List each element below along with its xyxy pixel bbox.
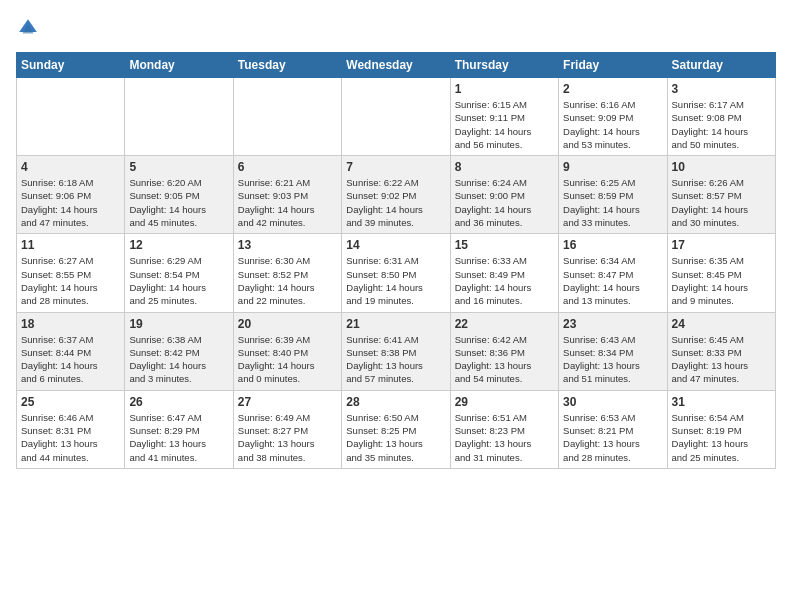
day-info: Sunrise: 6:29 AM Sunset: 8:54 PM Dayligh…	[129, 254, 228, 307]
day-info: Sunrise: 6:27 AM Sunset: 8:55 PM Dayligh…	[21, 254, 120, 307]
day-number: 16	[563, 238, 662, 252]
day-info: Sunrise: 6:49 AM Sunset: 8:27 PM Dayligh…	[238, 411, 337, 464]
day-info: Sunrise: 6:20 AM Sunset: 9:05 PM Dayligh…	[129, 176, 228, 229]
calendar-cell: 15Sunrise: 6:33 AM Sunset: 8:49 PM Dayli…	[450, 234, 558, 312]
day-number: 29	[455, 395, 554, 409]
day-number: 23	[563, 317, 662, 331]
calendar-cell	[233, 78, 341, 156]
calendar-cell: 22Sunrise: 6:42 AM Sunset: 8:36 PM Dayli…	[450, 312, 558, 390]
day-info: Sunrise: 6:53 AM Sunset: 8:21 PM Dayligh…	[563, 411, 662, 464]
calendar-cell: 12Sunrise: 6:29 AM Sunset: 8:54 PM Dayli…	[125, 234, 233, 312]
day-info: Sunrise: 6:41 AM Sunset: 8:38 PM Dayligh…	[346, 333, 445, 386]
day-number: 24	[672, 317, 771, 331]
calendar-week-row: 25Sunrise: 6:46 AM Sunset: 8:31 PM Dayli…	[17, 390, 776, 468]
day-number: 7	[346, 160, 445, 174]
day-info: Sunrise: 6:46 AM Sunset: 8:31 PM Dayligh…	[21, 411, 120, 464]
calendar-table: SundayMondayTuesdayWednesdayThursdayFrid…	[16, 52, 776, 469]
calendar-cell: 28Sunrise: 6:50 AM Sunset: 8:25 PM Dayli…	[342, 390, 450, 468]
calendar-cell: 7Sunrise: 6:22 AM Sunset: 9:02 PM Daylig…	[342, 156, 450, 234]
day-info: Sunrise: 6:21 AM Sunset: 9:03 PM Dayligh…	[238, 176, 337, 229]
day-number: 22	[455, 317, 554, 331]
calendar-cell: 9Sunrise: 6:25 AM Sunset: 8:59 PM Daylig…	[559, 156, 667, 234]
day-number: 10	[672, 160, 771, 174]
day-info: Sunrise: 6:30 AM Sunset: 8:52 PM Dayligh…	[238, 254, 337, 307]
day-info: Sunrise: 6:24 AM Sunset: 9:00 PM Dayligh…	[455, 176, 554, 229]
day-info: Sunrise: 6:15 AM Sunset: 9:11 PM Dayligh…	[455, 98, 554, 151]
day-number: 15	[455, 238, 554, 252]
day-of-week-header: Saturday	[667, 53, 775, 78]
day-info: Sunrise: 6:33 AM Sunset: 8:49 PM Dayligh…	[455, 254, 554, 307]
calendar-cell: 10Sunrise: 6:26 AM Sunset: 8:57 PM Dayli…	[667, 156, 775, 234]
day-info: Sunrise: 6:17 AM Sunset: 9:08 PM Dayligh…	[672, 98, 771, 151]
day-of-week-header: Sunday	[17, 53, 125, 78]
day-number: 11	[21, 238, 120, 252]
day-of-week-header: Thursday	[450, 53, 558, 78]
calendar-week-row: 18Sunrise: 6:37 AM Sunset: 8:44 PM Dayli…	[17, 312, 776, 390]
calendar-cell: 4Sunrise: 6:18 AM Sunset: 9:06 PM Daylig…	[17, 156, 125, 234]
day-number: 14	[346, 238, 445, 252]
calendar-cell: 21Sunrise: 6:41 AM Sunset: 8:38 PM Dayli…	[342, 312, 450, 390]
calendar-cell: 6Sunrise: 6:21 AM Sunset: 9:03 PM Daylig…	[233, 156, 341, 234]
day-number: 4	[21, 160, 120, 174]
calendar-cell: 25Sunrise: 6:46 AM Sunset: 8:31 PM Dayli…	[17, 390, 125, 468]
calendar-cell: 27Sunrise: 6:49 AM Sunset: 8:27 PM Dayli…	[233, 390, 341, 468]
day-info: Sunrise: 6:51 AM Sunset: 8:23 PM Dayligh…	[455, 411, 554, 464]
calendar-cell: 14Sunrise: 6:31 AM Sunset: 8:50 PM Dayli…	[342, 234, 450, 312]
calendar-cell: 24Sunrise: 6:45 AM Sunset: 8:33 PM Dayli…	[667, 312, 775, 390]
day-info: Sunrise: 6:50 AM Sunset: 8:25 PM Dayligh…	[346, 411, 445, 464]
calendar-cell: 8Sunrise: 6:24 AM Sunset: 9:00 PM Daylig…	[450, 156, 558, 234]
day-number: 12	[129, 238, 228, 252]
day-number: 30	[563, 395, 662, 409]
calendar-header-row: SundayMondayTuesdayWednesdayThursdayFrid…	[17, 53, 776, 78]
day-info: Sunrise: 6:54 AM Sunset: 8:19 PM Dayligh…	[672, 411, 771, 464]
logo-icon	[16, 16, 40, 40]
day-info: Sunrise: 6:42 AM Sunset: 8:36 PM Dayligh…	[455, 333, 554, 386]
day-of-week-header: Monday	[125, 53, 233, 78]
day-of-week-header: Tuesday	[233, 53, 341, 78]
calendar-cell	[17, 78, 125, 156]
day-info: Sunrise: 6:39 AM Sunset: 8:40 PM Dayligh…	[238, 333, 337, 386]
calendar-cell: 1Sunrise: 6:15 AM Sunset: 9:11 PM Daylig…	[450, 78, 558, 156]
page-header	[16, 16, 776, 40]
day-number: 25	[21, 395, 120, 409]
day-info: Sunrise: 6:45 AM Sunset: 8:33 PM Dayligh…	[672, 333, 771, 386]
day-info: Sunrise: 6:35 AM Sunset: 8:45 PM Dayligh…	[672, 254, 771, 307]
calendar-cell: 3Sunrise: 6:17 AM Sunset: 9:08 PM Daylig…	[667, 78, 775, 156]
calendar-cell: 20Sunrise: 6:39 AM Sunset: 8:40 PM Dayli…	[233, 312, 341, 390]
day-info: Sunrise: 6:47 AM Sunset: 8:29 PM Dayligh…	[129, 411, 228, 464]
calendar-cell: 26Sunrise: 6:47 AM Sunset: 8:29 PM Dayli…	[125, 390, 233, 468]
calendar-cell	[342, 78, 450, 156]
calendar-cell: 29Sunrise: 6:51 AM Sunset: 8:23 PM Dayli…	[450, 390, 558, 468]
day-number: 26	[129, 395, 228, 409]
day-info: Sunrise: 6:38 AM Sunset: 8:42 PM Dayligh…	[129, 333, 228, 386]
day-number: 27	[238, 395, 337, 409]
calendar-week-row: 11Sunrise: 6:27 AM Sunset: 8:55 PM Dayli…	[17, 234, 776, 312]
day-number: 31	[672, 395, 771, 409]
day-number: 1	[455, 82, 554, 96]
day-number: 8	[455, 160, 554, 174]
day-number: 2	[563, 82, 662, 96]
calendar-cell: 30Sunrise: 6:53 AM Sunset: 8:21 PM Dayli…	[559, 390, 667, 468]
day-number: 28	[346, 395, 445, 409]
calendar-cell	[125, 78, 233, 156]
day-number: 5	[129, 160, 228, 174]
logo	[16, 16, 44, 40]
calendar-cell: 16Sunrise: 6:34 AM Sunset: 8:47 PM Dayli…	[559, 234, 667, 312]
calendar-cell: 2Sunrise: 6:16 AM Sunset: 9:09 PM Daylig…	[559, 78, 667, 156]
calendar-cell: 5Sunrise: 6:20 AM Sunset: 9:05 PM Daylig…	[125, 156, 233, 234]
calendar-cell: 11Sunrise: 6:27 AM Sunset: 8:55 PM Dayli…	[17, 234, 125, 312]
calendar-week-row: 4Sunrise: 6:18 AM Sunset: 9:06 PM Daylig…	[17, 156, 776, 234]
day-number: 20	[238, 317, 337, 331]
day-number: 3	[672, 82, 771, 96]
day-info: Sunrise: 6:25 AM Sunset: 8:59 PM Dayligh…	[563, 176, 662, 229]
calendar-cell: 19Sunrise: 6:38 AM Sunset: 8:42 PM Dayli…	[125, 312, 233, 390]
day-of-week-header: Friday	[559, 53, 667, 78]
calendar-cell: 18Sunrise: 6:37 AM Sunset: 8:44 PM Dayli…	[17, 312, 125, 390]
day-number: 18	[21, 317, 120, 331]
calendar-cell: 31Sunrise: 6:54 AM Sunset: 8:19 PM Dayli…	[667, 390, 775, 468]
day-number: 13	[238, 238, 337, 252]
day-info: Sunrise: 6:26 AM Sunset: 8:57 PM Dayligh…	[672, 176, 771, 229]
day-info: Sunrise: 6:22 AM Sunset: 9:02 PM Dayligh…	[346, 176, 445, 229]
day-info: Sunrise: 6:37 AM Sunset: 8:44 PM Dayligh…	[21, 333, 120, 386]
day-info: Sunrise: 6:43 AM Sunset: 8:34 PM Dayligh…	[563, 333, 662, 386]
